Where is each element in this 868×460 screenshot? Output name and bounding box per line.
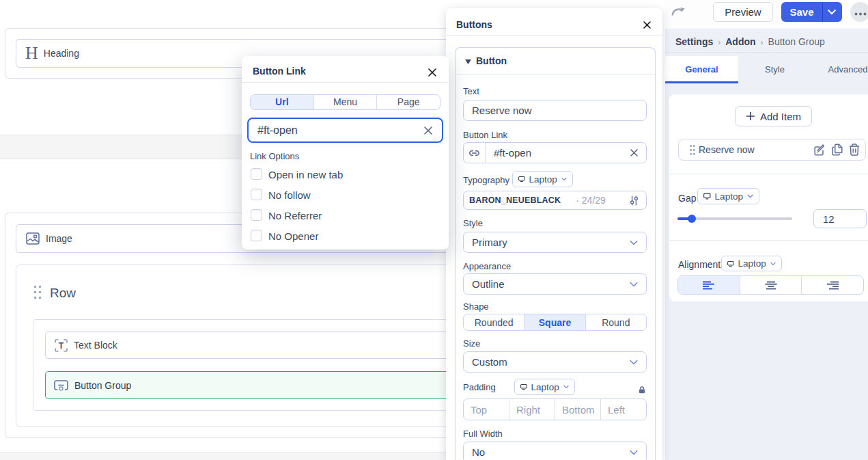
svg-text:T: T <box>59 340 64 350</box>
